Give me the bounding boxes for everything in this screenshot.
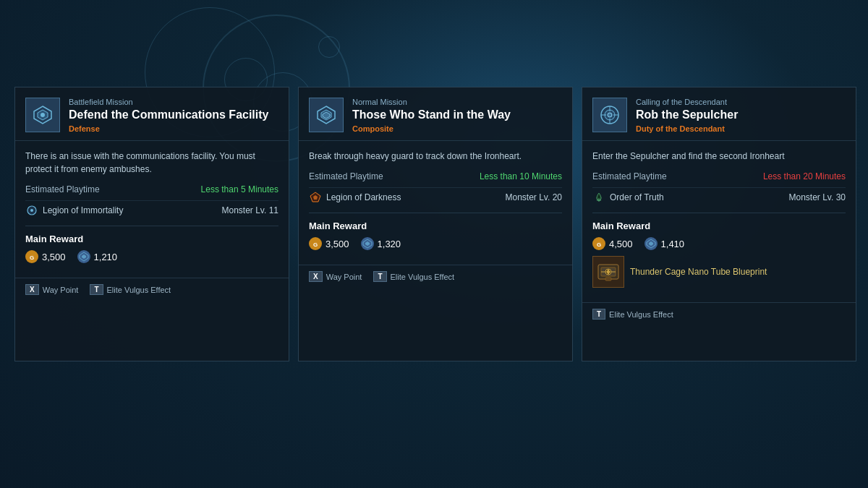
card-1-crystal: 1,210 <box>77 250 118 263</box>
elite-label-1: Elite Vulgus Effect <box>107 286 171 294</box>
card-3-header-text: Calling of the Descendant Rob the Sepulc… <box>636 98 846 133</box>
card-1-elite-btn[interactable]: T Elite Vulgus Effect <box>90 284 171 295</box>
card-3-icon <box>592 98 627 132</box>
gold-icon-3: G <box>592 237 605 250</box>
card-2-playtime-label: Estimated Playtime <box>309 171 383 181</box>
card-1-description: There is an issue with the communication… <box>25 150 278 176</box>
card-1-icon <box>25 98 60 132</box>
crystal-icon-2 <box>361 237 374 250</box>
legion-immortality-icon <box>25 204 38 217</box>
card-3-crystal: 1,410 <box>644 237 685 250</box>
card-2-footer: X Way Point T Elite Vulgus Effect <box>299 265 572 288</box>
card-2-header-text: Normal Mission Those Who Stand in the Wa… <box>352 98 562 133</box>
legion-darkness-icon <box>309 191 322 204</box>
waypoint-key-1: X <box>25 284 39 295</box>
mission-card-2[interactable]: Normal Mission Those Who Stand in the Wa… <box>298 87 573 361</box>
card-2-description: Break through heavy guard to track down … <box>309 150 562 163</box>
card-3-header: Calling of the Descendant Rob the Sepulc… <box>582 87 856 141</box>
card-3-footer: T Elite Vulgus Effect <box>582 302 856 325</box>
waypoint-label-2: Way Point <box>326 273 362 281</box>
card-3-gold-amount: 4,500 <box>609 239 633 249</box>
card-2-elite-btn[interactable]: T Elite Vulgus Effect <box>373 271 454 282</box>
card-3-reward-currency: G 4,500 1,410 <box>592 237 846 250</box>
elite-key-3: T <box>592 309 605 320</box>
card-1-crystal-amount: 1,210 <box>94 252 118 262</box>
card-2-gold-amount: 3,500 <box>326 239 349 249</box>
card-2-playtime-value: Less than 10 Minutes <box>480 171 562 181</box>
elite-key-2: T <box>373 271 386 282</box>
card-1-playtime-row: Estimated Playtime Less than 5 Minutes <box>25 184 278 194</box>
card-3-reward-title: Main Reward <box>592 221 846 231</box>
card-2-monster-level: Monster Lv. 20 <box>506 192 562 202</box>
svg-point-2 <box>41 113 45 117</box>
card-3-faction-row: Order of Truth Monster Lv. 30 <box>592 187 846 204</box>
card-3-monster-level: Monster Lv. 30 <box>789 192 846 202</box>
crystal-icon-1 <box>77 250 90 263</box>
card-1-mission-tag: Defense <box>69 124 278 133</box>
card-1-monster-level: Monster Lv. 11 <box>222 205 278 215</box>
card-1-rewards: Main Reward G 3,500 <box>25 226 278 263</box>
elite-label-3: Elite Vulgus Effect <box>609 310 673 319</box>
mission-card-1[interactable]: Battlefield Mission Defend the Communica… <box>14 87 289 361</box>
card-1-faction-info: Legion of Immortality <box>25 204 123 217</box>
card-2-header: Normal Mission Those Who Stand in the Wa… <box>299 87 572 141</box>
svg-point-4 <box>30 209 33 212</box>
card-1-faction-row: Legion of Immortality Monster Lv. 11 <box>25 200 278 217</box>
card-3-elite-btn[interactable]: T Elite Vulgus Effect <box>592 309 673 320</box>
card-2-faction-row: Legion of Darkness Monster Lv. 20 <box>309 187 562 204</box>
card-3-playtime-label: Estimated Playtime <box>592 171 667 181</box>
svg-rect-36 <box>605 278 611 281</box>
card-2-icon <box>309 98 344 132</box>
crystal-icon-3 <box>644 237 658 250</box>
card-3-mission-tag: Duty of the Descendant <box>636 124 846 133</box>
card-3-playtime-row: Estimated Playtime Less than 20 Minutes <box>592 171 846 181</box>
svg-text:G: G <box>30 254 34 261</box>
card-3-mission-name: Rob the Sepulcher <box>636 108 846 121</box>
card-3-description: Enter the Sepulcher and find the second … <box>592 150 846 163</box>
card-1-playtime-value: Less than 5 Minutes <box>201 184 278 194</box>
card-1-mission-name: Defend the Communications Facility <box>69 108 278 121</box>
card-2-mission-type: Normal Mission <box>352 98 562 106</box>
elite-key-1: T <box>90 284 103 295</box>
card-3-mission-type: Calling of the Descendant <box>636 98 846 106</box>
card-3-item-name: Thunder Cage Nano Tube Blueprint <box>630 267 767 277</box>
card-1-header: Battlefield Mission Defend the Communica… <box>15 87 289 141</box>
card-2-body: Break through heavy guard to track down … <box>299 141 572 265</box>
card-2-playtime-row: Estimated Playtime Less than 10 Minutes <box>309 171 562 181</box>
gold-icon-1: G <box>25 250 38 263</box>
card-3-rewards: Main Reward G 4,500 <box>592 213 846 288</box>
svg-text:G: G <box>597 241 601 248</box>
card-1-reward-currency: G 3,500 1,210 <box>25 250 278 263</box>
card-1-header-text: Battlefield Mission Defend the Communica… <box>69 98 278 133</box>
card-1-mission-type: Battlefield Mission <box>69 98 278 106</box>
card-2-faction-name: Legion of Darkness <box>326 192 401 202</box>
card-2-faction-info: Legion of Darkness <box>309 191 401 204</box>
mission-card-3[interactable]: Calling of the Descendant Rob the Sepulc… <box>582 87 856 361</box>
card-2-crystal: 1,320 <box>361 237 401 250</box>
card-1-body: There is an issue with the communication… <box>15 141 289 278</box>
elite-label-2: Elite Vulgus Effect <box>391 273 455 281</box>
card-2-gold: G 3,500 <box>309 237 349 250</box>
cards-container: Battlefield Mission Defend the Communica… <box>0 0 868 488</box>
card-2-crystal-amount: 1,320 <box>378 239 401 249</box>
card-3-item-reward: Thunder Cage Nano Tube Blueprint <box>592 256 846 288</box>
card-2-waypoint-btn[interactable]: X Way Point <box>309 271 362 282</box>
waypoint-key-2: X <box>309 271 323 282</box>
card-2-rewards: Main Reward G 3,500 <box>309 213 562 250</box>
card-1-faction-name: Legion of Immortality <box>43 205 123 215</box>
card-3-crystal-amount: 1,410 <box>661 239 685 249</box>
card-1-waypoint-btn[interactable]: X Way Point <box>25 284 78 295</box>
card-2-reward-title: Main Reward <box>309 221 562 231</box>
card-3-body: Enter the Sepulcher and find the second … <box>582 141 856 302</box>
card-3-gold: G 4,500 <box>592 237 633 250</box>
svg-point-20 <box>608 113 612 117</box>
card-3-faction-name: Order of Truth <box>610 192 664 202</box>
card-3-faction-info: Order of Truth <box>592 191 664 204</box>
card-1-footer: X Way Point T Elite Vulgus Effect <box>15 278 289 301</box>
card-1-gold: G 3,500 <box>25 250 66 263</box>
card-1-gold-amount: 3,500 <box>42 252 66 262</box>
waypoint-label-1: Way Point <box>43 286 79 294</box>
order-truth-icon <box>592 191 605 204</box>
thunder-cage-icon <box>592 256 624 288</box>
gold-icon-2: G <box>309 237 322 250</box>
